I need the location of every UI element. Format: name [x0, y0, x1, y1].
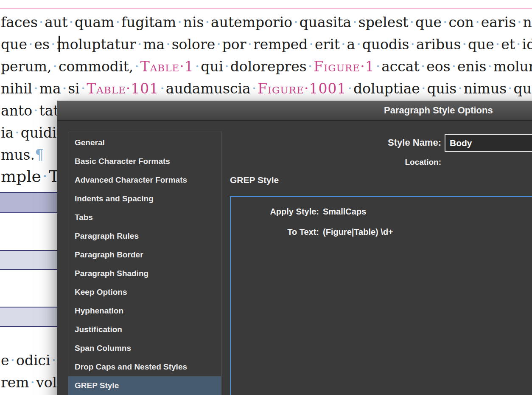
table-row: [0, 213, 58, 251]
sidebar-item-keep-options[interactable]: Keep Options: [68, 283, 221, 302]
hidden-space-dot: ·: [309, 36, 314, 53]
styled-reference-text: Figure·1: [314, 58, 374, 75]
sidebar-item-paragraph-shading[interactable]: Paragraph Shading: [68, 264, 221, 283]
grep-styles-list[interactable]: Apply Style: SmallCaps To Text: (Figure|…: [230, 196, 532, 395]
word: perum,: [1, 58, 51, 75]
hidden-space-dot: ·: [443, 14, 448, 31]
hidden-space-dot: ·: [166, 36, 171, 53]
sidebar-item-hyphenation[interactable]: Hyphenation: [68, 302, 221, 320]
text-insertion-cursor: [59, 36, 60, 52]
hidden-space-dot: ·: [458, 80, 462, 97]
hidden-space-dot: ·: [52, 352, 56, 369]
word: mus.: [1, 147, 35, 163]
word: eos: [426, 58, 450, 75]
document-text-line: nihil·ma·si·Table·101·audamuscia·Figure·…: [1, 79, 532, 99]
word: anto: [1, 102, 32, 119]
hidden-space-dot: ·: [308, 58, 313, 75]
sidebar-item-advanced-character-formats[interactable]: Advanced Character Formats: [68, 171, 221, 189]
grep-rule-to-text-row[interactable]: To Text: (Figure|Table) \d+: [231, 224, 532, 240]
sidebar-item-basic-character-formats[interactable]: Basic Character Formats: [68, 152, 221, 171]
hidden-space-dot: ·: [487, 58, 492, 75]
word: remped: [253, 36, 308, 53]
hidden-space-dot: ·: [69, 14, 74, 31]
hidden-space-dot: ·: [508, 80, 512, 97]
word: solore: [172, 36, 216, 53]
sidebar-item-paragraph-border[interactable]: Paragraph Border: [68, 245, 221, 264]
hidden-space-dot: ·: [475, 14, 480, 31]
sidebar-item-drop-caps-and-nested-styles[interactable]: Drop Caps and Nested Styles: [68, 358, 221, 376]
dialog-title: Paragraph Style Options: [384, 101, 493, 120]
sidebar-item-indents-and-spacing[interactable]: Indents and Spacing: [68, 189, 221, 208]
sidebar-item-general[interactable]: General: [68, 133, 221, 152]
paragraph-style-options-dialog: Paragraph Style Options GeneralBasic Cha…: [57, 101, 532, 395]
word: quam: [75, 14, 114, 31]
hidden-space-dot: ·: [205, 14, 210, 31]
word: nihil: [1, 80, 32, 97]
sidebar-item-paragraph-rules[interactable]: Paragraph Rules: [68, 227, 221, 245]
hidden-space-dot: ·: [15, 124, 20, 141]
table-row: [0, 270, 58, 308]
hidden-space-dot: ·: [31, 374, 35, 391]
sidebar-item-grep-style[interactable]: GREP Style: [68, 376, 221, 395]
word: odici: [16, 352, 50, 369]
word: por: [222, 36, 246, 53]
document-text-line: mus.¶: [1, 145, 44, 165]
style-name-input[interactable]: [445, 134, 532, 152]
hidden-space-dot: ·: [53, 58, 57, 75]
word: a: [347, 36, 356, 53]
word: non: [523, 14, 532, 31]
hidden-space-dot: ·: [410, 14, 414, 31]
word: commodit,: [59, 58, 133, 75]
hidden-space-dot: ·: [177, 14, 182, 31]
hidden-space-dot: ·: [62, 80, 67, 97]
hidden-space-dot: ·: [496, 36, 500, 53]
word: et: [501, 36, 515, 53]
sidebar-item-tabs[interactable]: Tabs: [68, 208, 221, 227]
hidden-space-dot: ·: [34, 102, 38, 119]
sidebar-item-justification[interactable]: Justification: [68, 320, 221, 339]
styled-reference-text: Table·101: [87, 80, 159, 97]
word: es: [34, 36, 49, 53]
to-text-value[interactable]: (Figure|Table) \d+: [323, 224, 393, 240]
word: molum: [493, 58, 532, 75]
hidden-space-dot: ·: [462, 36, 467, 53]
document-text-line: que·es·moluptatur·ma·solore·por·remped·e…: [1, 35, 532, 54]
hidden-space-dot: ·: [294, 14, 298, 31]
word: que: [1, 36, 27, 53]
word: enis: [457, 58, 486, 75]
word: faces: [1, 14, 38, 31]
styled-reference-text: Table·1: [140, 58, 194, 75]
hidden-space-dot: ·: [356, 36, 361, 53]
indesign-workspace: faces·aut·quam·fugitam·nis·autemporio·qu…: [0, 0, 532, 395]
word: nis: [183, 14, 204, 31]
hidden-space-dot: ·: [516, 36, 521, 53]
word: moluptatur: [56, 36, 136, 53]
hidden-space-dot: ·: [224, 58, 229, 75]
hidden-space-dot: ·: [51, 36, 56, 53]
hidden-space-dot: ·: [216, 36, 221, 53]
hidden-space-dot: ·: [452, 58, 456, 75]
apply-style-label: Apply Style:: [231, 204, 319, 219]
dialog-sidebar: GeneralBasic Character FormatsAdvanced C…: [68, 132, 221, 395]
hidden-space-dot: ·: [115, 14, 120, 31]
word: earis: [481, 14, 516, 31]
word: quodis: [362, 36, 409, 53]
word: audamuscia: [166, 80, 251, 97]
word: ma: [39, 80, 61, 97]
word: nimus: [464, 80, 507, 97]
hidden-space-dot: ·: [34, 80, 38, 97]
hidden-space-dot: ·: [137, 36, 142, 53]
hidden-space-dot: ·: [11, 352, 15, 369]
word: dolorepres: [230, 58, 307, 75]
word: aut: [45, 14, 67, 31]
apply-style-value[interactable]: SmallCaps: [323, 204, 366, 219]
hidden-space-dot: ·: [341, 36, 346, 53]
grep-rule-apply-style-row[interactable]: Apply Style: SmallCaps: [231, 204, 532, 219]
sidebar-item-span-columns[interactable]: Span Columns: [68, 339, 221, 358]
dialog-title-bar[interactable]: Paragraph Style Options: [57, 101, 532, 121]
hidden-space-dot: ·: [81, 80, 86, 97]
to-text-label: To Text:: [231, 224, 319, 240]
table-row: [0, 251, 58, 270]
word: quis: [427, 80, 456, 97]
word: fugitam: [121, 14, 176, 31]
